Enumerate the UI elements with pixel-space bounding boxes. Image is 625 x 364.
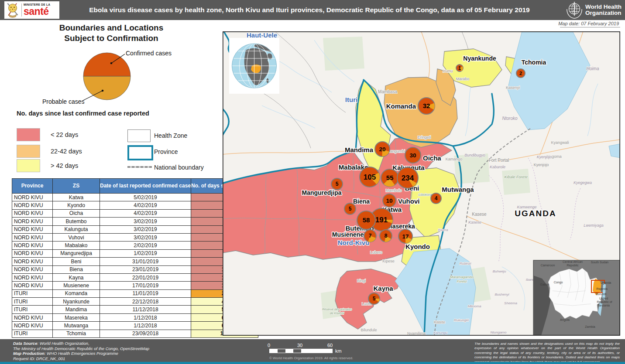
inset-label-congo: Congo — [554, 281, 563, 284]
town-label-buhweju: Buhweju — [493, 269, 506, 273]
town-label-kanungu: Kanungu — [433, 331, 448, 335]
cell-zs: Komanda — [53, 289, 100, 297]
table-row-biena: NORD KIVUBiena23/01/201913 — [12, 265, 258, 273]
town-label-irumu: Irumu — [443, 69, 453, 73]
zone-label-komanda: Komanda — [386, 102, 416, 110]
town-label-lwemiyaga: Lwemiyaga — [584, 223, 604, 228]
table-row-mutwanga: NORD KIVUMutwanga1/12/201866 — [12, 322, 258, 330]
inset-label-cameroon: Cameroon — [541, 264, 555, 267]
cell-prov: NORD KIVU — [12, 242, 53, 249]
zone-label-mandima: Mandima — [345, 146, 374, 153]
cell-date: 3/02/2019 — [100, 218, 191, 225]
case-count-tchomia: 2 — [519, 71, 522, 76]
cell-date: 11/12/2018 — [100, 306, 191, 313]
town-label-kasese: Kasese — [468, 220, 481, 225]
col-date: Date of last reported confirmed case — [100, 179, 191, 194]
inset-label-central-african: Central African — [563, 260, 583, 263]
town-label-kyegegwa: Kyegegwa — [573, 180, 592, 185]
table-row-komanda: ITURIKomanda11/01/201925 — [12, 289, 258, 297]
town-label-ntungamo: Ntungamo — [491, 330, 507, 334]
cell-prov: NORD KIVU — [12, 225, 53, 233]
cell-date: 22/12/2018 — [100, 298, 191, 306]
cell-date: 31/01/2019 — [100, 258, 191, 265]
days-since-last-case-table: Province ZS Date of last reported confir… — [12, 178, 258, 338]
cell-zs: Mabalako — [53, 242, 100, 249]
zone-label-kyondo: Kyondo — [405, 243, 430, 250]
case-circle-nyankunde: 1 — [456, 65, 463, 71]
cell-zs: Nyankunde — [53, 298, 100, 306]
table-header-row: Province ZS Date of last reported confir… — [12, 179, 258, 194]
zone-label-nyankunde: Nyankunde — [463, 55, 496, 62]
bottom-accent-strip — [0, 362, 625, 364]
scale-unit: km — [335, 348, 342, 354]
table-row-masereka: NORD KIVUMasereka1/12/201866 — [12, 313, 258, 321]
cell-prov: ITURI — [12, 306, 53, 313]
town-label-rubirizi: Rubirizi — [460, 262, 471, 265]
case-circle-komanda: 32 — [418, 98, 435, 114]
zone-label-uganda: UGANDA — [515, 209, 556, 218]
town-label-kyenjojo: Kyenjojo — [534, 163, 549, 167]
inset-label-tanzania: Tanzania — [598, 304, 610, 307]
map-date: Map date: 07 February 2019 — [505, 21, 619, 26]
cell-zs: Manguredjipa — [53, 249, 100, 257]
cell-zs: Katwa — [53, 194, 100, 201]
case-count-nyankunde: 1 — [458, 65, 461, 71]
town-label-katete: Katete — [434, 320, 445, 324]
map-canvas: MambasaIrumuMaraboKasenyiHoimaKyangwaliK… — [223, 31, 620, 336]
cell-prov: NORD KIVU — [12, 218, 53, 225]
ministry-logo-text: MINISTERE DE LA santé — [21, 3, 50, 17]
scale-0: 0 — [268, 343, 270, 348]
cell-prov: ITURI — [12, 289, 53, 297]
cell-zs: Beni — [53, 258, 100, 265]
inset-label-south-sudan: South Sudan — [591, 261, 609, 264]
zone-label-tchomia: Tchomia — [522, 59, 546, 66]
town-label-fort-portal: Fort Portal — [489, 158, 509, 163]
town-label-de-kisimbi: de Kisimbi — [330, 312, 344, 315]
cell-prov: NORD KIVU — [12, 233, 53, 241]
cell-zs: Butembo — [53, 218, 100, 225]
case-circle-kyondo: 17 — [398, 229, 412, 243]
cell-zs: Biena — [53, 265, 100, 273]
health-zone-legend-box — [127, 129, 151, 142]
province-legend-label: Province — [154, 148, 178, 155]
who-logo: World Health Organization — [565, 1, 622, 19]
case-count-manguredjipa: 5 — [336, 181, 339, 187]
town-label-hoima: Hoima — [587, 66, 599, 71]
town-label-lubero: Lubero — [370, 250, 382, 255]
town-label-ntoroko: Ntoroko — [502, 116, 517, 121]
zone-label-vuhovi: Vuhovi — [398, 197, 419, 205]
cell-prov: NORD KIVU — [12, 282, 53, 289]
case-count-vuhovi: 10 — [386, 197, 392, 204]
zone-label-oicha: Oicha — [423, 154, 441, 162]
cell-zs: Mandima — [53, 306, 100, 313]
cell-zs: Masereka — [53, 313, 100, 321]
table-row-oicha: NORD KIVUOicha4/02/20191 — [12, 209, 258, 217]
who-logo-text: World Health Organization — [585, 4, 622, 16]
case-count-kayna: 5 — [373, 296, 376, 302]
data-source-block: Data Source: World Health Organization, … — [13, 341, 149, 361]
inset-label-republic-of: Republic of — [597, 300, 612, 304]
town-label-rukungiri: Rukungiri — [454, 318, 469, 322]
case-count-kalunguta: 55 — [386, 174, 394, 181]
scale-30: 30 — [297, 343, 302, 348]
page-title: Ebola virus disease cases by health zone… — [65, 0, 554, 20]
case-count-beni: 234 — [402, 174, 414, 182]
national-boundary-legend-line — [127, 166, 152, 168]
town-label-bilundule: Bilundule — [361, 328, 377, 332]
pie-probable-label: Probable cases — [42, 98, 85, 105]
inset-label-zambia: Zambia — [585, 325, 595, 328]
case-circle-vuhovi: 10 — [383, 194, 396, 207]
cell-zs: Kayna — [53, 273, 100, 281]
table-row-butembo: NORD KIVUButembo3/02/20192 — [12, 218, 258, 225]
table-row-tchomia: ITURITchomia23/09/2018135 — [12, 330, 258, 337]
col-zs: ZS — [53, 179, 100, 194]
table-row-kalunguta: NORD KIVUKalunguta3/02/20192 — [12, 225, 258, 233]
cell-date: 22/01/2019 — [100, 273, 191, 281]
drc-country-inset: CameroonCentral AfricanRepublicSouth Sud… — [533, 260, 620, 336]
town-label-forest: Forest — [457, 279, 467, 283]
national-boundary-legend-label: National boundary — [154, 164, 204, 171]
case-count-biena: 5 — [349, 206, 352, 212]
legend-swatch-gt42 — [17, 159, 40, 172]
case-circle-kayna: 5 — [368, 293, 380, 304]
cell-date: 17/01/2019 — [100, 282, 191, 289]
